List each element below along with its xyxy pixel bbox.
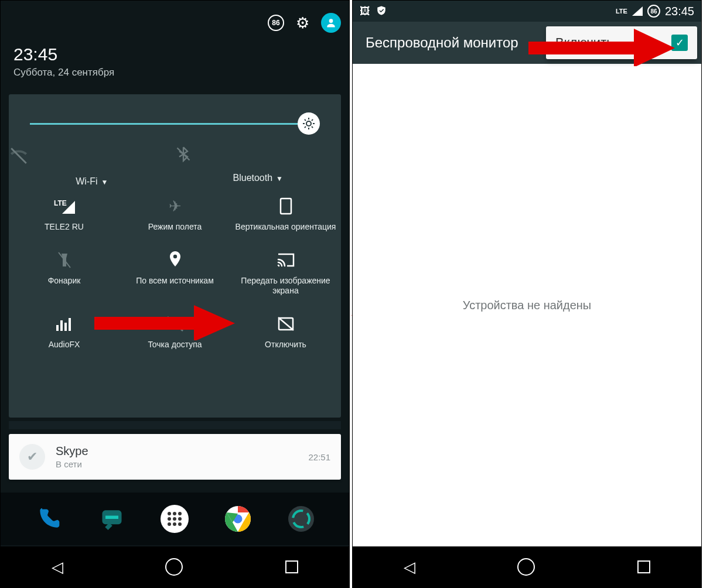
tile-signal-label: TELE2 RU <box>12 222 116 233</box>
svg-point-20 <box>168 522 171 526</box>
tile-screen-off[interactable]: Отключить <box>230 305 341 358</box>
battery-badge-icon[interactable]: 86 <box>268 15 284 31</box>
tile-hotspot[interactable]: Точка доступа <box>120 305 230 358</box>
dialer-icon[interactable] <box>33 504 64 534</box>
svg-rect-7 <box>64 323 67 331</box>
tile-screen-off-label: Отключить <box>234 340 337 350</box>
nav-recents-icon[interactable] <box>285 560 298 573</box>
tile-audiofx-label: AudioFX <box>12 340 116 350</box>
settings-gear-icon[interactable]: ⚙ <box>296 14 309 32</box>
svg-rect-3 <box>281 199 291 214</box>
appbar-title: Беспроводной монитор <box>366 35 518 51</box>
empty-message: Устройства не найдены <box>463 299 591 312</box>
dock <box>1 493 349 545</box>
lte-signal-icon: LTE <box>12 196 116 216</box>
tile-audiofx[interactable]: AudioFX <box>9 305 120 358</box>
svg-rect-29 <box>528 42 634 54</box>
tile-location[interactable]: По всем источникам <box>120 241 230 305</box>
tile-wifi[interactable]: Wi-Fi▼ <box>9 146 175 187</box>
camera-icon[interactable] <box>286 504 316 534</box>
network-type-label: LTE <box>616 8 627 15</box>
phone-left: 86 ⚙ 23:45 Суббота, 24 сентября Wi-Fi▼ <box>0 0 350 588</box>
svg-marker-30 <box>634 29 675 66</box>
clock-block: 23:45 Суббота, 24 сентября <box>13 45 114 78</box>
tile-location-label: По всем источникам <box>123 276 227 286</box>
hotspot-off-icon <box>123 314 227 334</box>
qs-header: 86 ⚙ <box>9 9 341 37</box>
nav-home-icon[interactable] <box>165 558 183 576</box>
svg-point-16 <box>178 512 182 515</box>
app-drawer-icon[interactable] <box>159 504 190 534</box>
brightness-slider[interactable] <box>30 112 320 135</box>
tile-hotspot-label: Точка доступа <box>123 340 227 350</box>
signal-icon <box>632 6 643 16</box>
brightness-track <box>30 123 299 125</box>
clock-date: Суббота, 24 сентября <box>13 67 114 78</box>
tile-cast[interactable]: Передать изображение экрана <box>230 241 341 305</box>
tile-flashlight[interactable]: Фонарик <box>9 241 120 305</box>
quick-settings-panel: Wi-Fi▼ Bluetooth▼ LTE TELE2 RU ✈ Режим п… <box>9 94 341 418</box>
airplane-icon: ✈ <box>123 196 227 216</box>
svg-point-22 <box>178 522 182 526</box>
notification-app: Skype <box>56 445 88 458</box>
annotation-arrow-icon <box>528 29 675 66</box>
home-row-peek <box>9 421 341 429</box>
nav-back-icon[interactable]: ◁ <box>404 558 415 576</box>
phone-right: 🖼 LTE 86 23:45 Беспроводной монитор Вклю… <box>352 0 702 588</box>
notification-card[interactable]: ✔ Skype В сети 22:51 <box>9 434 341 480</box>
nav-recents-icon[interactable] <box>637 560 650 573</box>
tile-signal[interactable]: LTE TELE2 RU <box>9 187 120 241</box>
flashlight-off-icon <box>12 250 116 270</box>
user-avatar-icon[interactable] <box>321 13 341 33</box>
svg-point-17 <box>168 517 171 521</box>
svg-point-0 <box>329 19 333 23</box>
svg-point-21 <box>173 522 176 526</box>
svg-point-19 <box>178 517 182 521</box>
status-time: 23:45 <box>665 5 694 18</box>
checkmark-shield-icon <box>376 5 387 18</box>
qs-top-row: Wi-Fi▼ Bluetooth▼ <box>9 146 341 187</box>
android-navbar: ◁ <box>353 546 701 587</box>
nav-back-icon[interactable]: ◁ <box>52 558 63 576</box>
chrome-icon[interactable] <box>223 504 253 534</box>
svg-rect-5 <box>56 325 59 331</box>
android-navbar: ◁ <box>1 546 349 587</box>
svg-point-18 <box>173 517 176 521</box>
screen-off-icon <box>234 314 337 334</box>
notification-text: Skype В сети <box>56 445 88 469</box>
status-bar: 🖼 LTE 86 23:45 <box>353 1 701 22</box>
svg-rect-6 <box>60 320 63 331</box>
wifi-off-icon <box>9 146 175 166</box>
brightness-sun-icon[interactable] <box>298 112 320 135</box>
tile-flashlight-label: Фонарик <box>12 276 116 286</box>
tile-rotation[interactable]: Вертикальная ориентация <box>230 187 341 241</box>
cast-icon <box>234 250 337 270</box>
clock-time: 23:45 <box>13 45 114 64</box>
nav-home-icon[interactable] <box>517 558 535 576</box>
status-left-icons: 🖼 <box>360 5 387 18</box>
svg-rect-12 <box>105 516 118 519</box>
tile-bluetooth-label: Bluetooth▼ <box>175 173 342 183</box>
svg-rect-8 <box>69 318 71 331</box>
svg-point-1 <box>306 121 311 126</box>
portrait-icon <box>234 196 337 216</box>
equalizer-icon <box>12 314 116 334</box>
tile-wifi-label: Wi-Fi▼ <box>9 176 175 187</box>
tile-airplane-label: Режим полета <box>123 222 227 233</box>
sms-icon[interactable] <box>97 504 127 534</box>
tile-rotation-label: Вертикальная ориентация <box>234 222 337 233</box>
status-right-cluster: LTE 86 23:45 <box>616 5 694 18</box>
chevron-down-icon: ▼ <box>101 178 108 186</box>
svg-point-15 <box>173 512 176 515</box>
battery-badge-icon: 86 <box>647 5 660 18</box>
qs-grid: LTE TELE2 RU ✈ Режим полета Вертикальная… <box>9 187 341 358</box>
svg-text:LTE: LTE <box>54 199 67 207</box>
notification-subtitle: В сети <box>56 459 88 469</box>
location-pin-icon <box>123 250 227 270</box>
tile-airplane[interactable]: ✈ Режим полета <box>120 187 230 241</box>
svg-point-14 <box>168 512 171 515</box>
chevron-down-icon: ▼ <box>276 175 283 183</box>
skype-icon: ✔ <box>19 444 45 470</box>
tile-cast-label: Передать изображение экрана <box>234 276 337 296</box>
tile-bluetooth[interactable]: Bluetooth▼ <box>175 146 342 187</box>
